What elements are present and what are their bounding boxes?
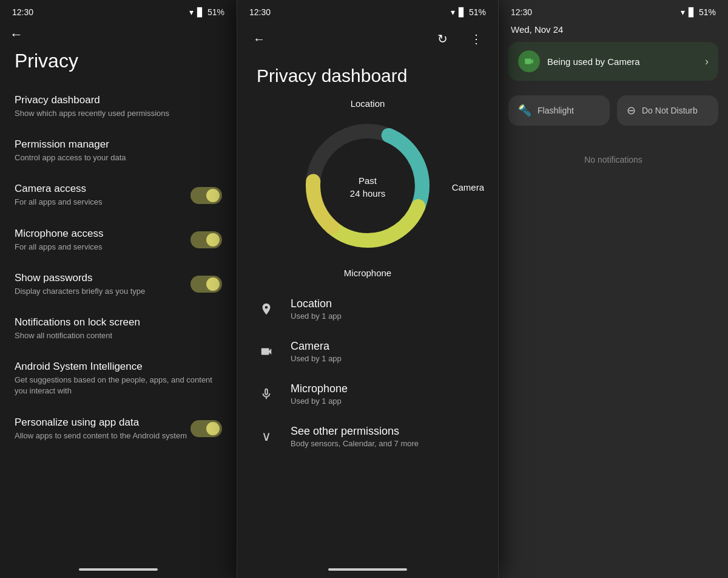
camera-access-row: Camera access For all apps and services: [15, 183, 222, 208]
setting-privacy-dashboard[interactable]: Privacy dashboard Show which apps recent…: [0, 84, 237, 129]
camera-access-toggle[interactable]: [190, 187, 222, 204]
personalize-toggle[interactable]: [190, 420, 222, 437]
chart-center-text: Past 24 hours: [350, 174, 385, 200]
right-battery-icon: ▊: [689, 7, 695, 17]
microphone-info: Microphone Used by 1 app: [291, 382, 479, 406]
left-time: 12:30: [12, 7, 33, 17]
flashlight-icon: 🔦: [518, 104, 531, 117]
setting-microphone-access[interactable]: Microphone access For all apps and servi…: [0, 218, 237, 262]
left-status-bar: 12:30 ▾ ▊ 51%: [0, 0, 237, 22]
setting-notifications-lock-screen[interactable]: Notifications on lock screen Show all no…: [0, 307, 237, 351]
permission-microphone[interactable]: Microphone Used by 1 app: [257, 373, 479, 415]
left-home-bar: [79, 568, 158, 571]
camera-notification-text: Being used by Camera: [547, 56, 705, 67]
microphone-icon: [257, 384, 276, 404]
do-not-disturb-label: Do Not Disturb: [642, 106, 698, 115]
quick-tiles: 🔦 Flashlight ⊖ Do Not Disturb: [499, 90, 728, 131]
right-battery-pct: 51%: [699, 7, 716, 17]
location-icon: [257, 299, 276, 319]
left-page-title: Privacy: [0, 45, 237, 84]
middle-home-bar: [328, 568, 407, 571]
permission-list: Location Used by 1 app Camera Used by 1 …: [237, 273, 498, 472]
flashlight-label: Flashlight: [538, 106, 574, 115]
microphone-access-text: Microphone access For all apps and servi…: [15, 228, 103, 253]
middle-status-icons: ▾ ▊ 51%: [451, 7, 486, 17]
chart-center-line2: 24 hours: [350, 187, 385, 200]
camera-notification-icon: [518, 50, 540, 72]
setting-permission-manager[interactable]: Permission manager Control app access to…: [0, 129, 237, 173]
middle-panel: 12:30 ▾ ▊ 51% ← ↻ ⋮ Privacy dashboard Lo…: [237, 0, 499, 578]
left-battery-icon: ▊: [197, 7, 204, 17]
camera-icon: [257, 342, 276, 361]
setting-show-passwords[interactable]: Show passwords Display characters briefl…: [0, 262, 237, 307]
right-panel: 12:30 ▾ ▊ 51% Wed, Nov 24 Being used by …: [499, 0, 728, 578]
show-passwords-toggle[interactable]: [190, 276, 222, 293]
do-not-disturb-tile[interactable]: ⊖ Do Not Disturb: [617, 95, 718, 126]
right-wifi-icon: ▾: [681, 7, 685, 17]
right-status-icons: ▾ ▊ 51%: [681, 7, 716, 17]
middle-status-bar: 12:30 ▾ ▊ 51%: [237, 0, 498, 22]
middle-toolbar: ← ↻ ⋮: [237, 22, 498, 56]
chart-center-line1: Past: [350, 174, 385, 187]
chart-label-microphone: Microphone: [344, 268, 391, 278]
microphone-access-toggle[interactable]: [190, 231, 222, 248]
left-status-icons: ▾ ▊ 51%: [189, 7, 224, 17]
other-permissions-info: See other permissions Body sensors, Cale…: [291, 425, 479, 448]
no-notifications-text: No notifications: [499, 131, 728, 189]
chart-label-location: Location: [351, 98, 385, 109]
middle-home-indicator: [237, 561, 498, 578]
settings-list: Privacy dashboard Show which apps recent…: [0, 84, 237, 561]
refresh-button[interactable]: ↻: [430, 27, 454, 51]
middle-battery-pct: 51%: [469, 7, 486, 17]
left-home-indicator: [0, 561, 237, 578]
expand-icon: ∨: [257, 427, 276, 446]
notification-chevron-icon: ›: [705, 55, 709, 68]
permission-camera[interactable]: Camera Used by 1 app: [257, 330, 479, 373]
dashboard-title: Privacy dashboard: [237, 56, 498, 101]
middle-back-button[interactable]: ←: [247, 27, 271, 51]
show-passwords-row: Show passwords Display characters briefl…: [15, 272, 222, 297]
date-display: Wed, Nov 24: [499, 22, 728, 37]
camera-access-text: Camera access For all apps and services: [15, 183, 103, 208]
camera-info: Camera Used by 1 app: [291, 340, 479, 363]
left-back-button[interactable]: ←: [0, 22, 237, 45]
chart-area: Location Past 24 hours Camera: [295, 113, 440, 261]
personalize-row: Personalize using app data Allow apps to…: [15, 416, 222, 441]
left-panel: 12:30 ▾ ▊ 51% ← Privacy Privacy dashboar…: [0, 0, 237, 578]
do-not-disturb-icon: ⊖: [627, 104, 636, 117]
personalize-text: Personalize using app data Allow apps to…: [15, 416, 187, 441]
permission-location[interactable]: Location Used by 1 app: [257, 288, 479, 330]
location-info: Location Used by 1 app: [291, 298, 479, 321]
more-options-button[interactable]: ⋮: [464, 27, 488, 51]
right-time: 12:30: [511, 7, 532, 17]
setting-android-system-intelligence[interactable]: Android System Intelligence Get suggesti…: [0, 351, 237, 406]
middle-time: 12:30: [249, 7, 271, 17]
privacy-chart: Location Past 24 hours Camera: [237, 101, 498, 273]
permission-other[interactable]: ∨ See other permissions Body sensors, Ca…: [257, 415, 479, 458]
left-wifi-icon: ▾: [189, 7, 194, 17]
toolbar-icons: ↻ ⋮: [430, 27, 488, 51]
right-status-bar: 12:30 ▾ ▊ 51%: [499, 0, 728, 22]
flashlight-tile[interactable]: 🔦 Flashlight: [508, 95, 610, 126]
setting-personalize-app-data[interactable]: Personalize using app data Allow apps to…: [0, 407, 237, 451]
setting-camera-access[interactable]: Camera access For all apps and services: [0, 173, 237, 217]
left-battery-pct: 51%: [207, 7, 224, 17]
show-passwords-text: Show passwords Display characters briefl…: [15, 272, 145, 297]
middle-battery-icon: ▊: [459, 7, 465, 17]
camera-notification[interactable]: Being used by Camera ›: [508, 42, 718, 81]
chart-label-camera: Camera: [452, 182, 484, 192]
microphone-access-row: Microphone access For all apps and servi…: [15, 228, 222, 253]
middle-wifi-icon: ▾: [451, 7, 455, 17]
